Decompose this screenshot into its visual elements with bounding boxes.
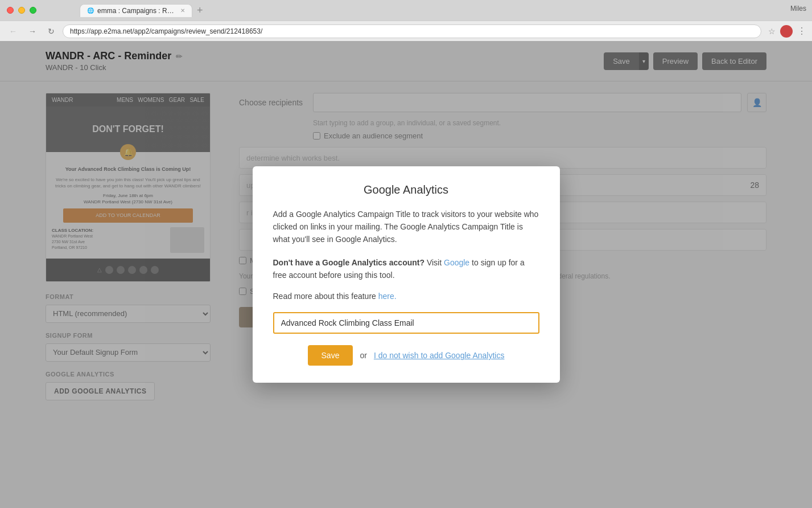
google-analytics-modal: Google Analytics Add a Google Analytics … bbox=[253, 166, 560, 383]
dont-have-suffix: Visit bbox=[427, 258, 444, 267]
read-more-prefix: Read more about this feature bbox=[273, 292, 378, 301]
traffic-light-minimize[interactable] bbox=[18, 7, 25, 14]
back-button[interactable]: ← bbox=[6, 26, 20, 37]
modal-title: Google Analytics bbox=[273, 183, 539, 196]
tab-close-button[interactable]: ✕ bbox=[180, 7, 185, 14]
tab-bar: 🌐 emma : Campaigns : Review yo ✕ + bbox=[75, 4, 210, 17]
url-bar[interactable]: https://app.e2ma.net/app2/campaigns/revi… bbox=[63, 24, 761, 38]
tab-label: emma : Campaigns : Review yo bbox=[97, 7, 177, 15]
modal-or-label: or bbox=[360, 351, 366, 360]
dont-have-prefix: Don't have a Google Analytics account? bbox=[273, 258, 425, 267]
new-tab-button[interactable]: + bbox=[195, 5, 205, 17]
here-link[interactable]: here. bbox=[378, 292, 397, 301]
google-link[interactable]: Google bbox=[444, 258, 469, 267]
browser-titlebar: 🌐 emma : Campaigns : Review yo ✕ + Miles bbox=[0, 0, 812, 21]
modal-dont-have-text: Don't have a Google Analytics account? V… bbox=[273, 256, 539, 282]
no-analytics-button[interactable]: I do not wish to add Google Analytics bbox=[374, 351, 505, 360]
menu-dots[interactable]: ⋮ bbox=[797, 26, 806, 36]
reload-button[interactable]: ↻ bbox=[44, 26, 58, 37]
forward-button[interactable]: → bbox=[25, 26, 40, 37]
url-text: https://app.e2ma.net/app2/campaigns/revi… bbox=[70, 27, 262, 35]
profile-icon bbox=[780, 25, 793, 38]
traffic-light-close[interactable] bbox=[7, 7, 14, 14]
modal-save-button[interactable]: Save bbox=[308, 345, 353, 366]
browser-chrome: 🌐 emma : Campaigns : Review yo ✕ + Miles… bbox=[0, 0, 812, 41]
traffic-light-fullscreen[interactable] bbox=[30, 7, 36, 14]
bookmark-icon[interactable]: ☆ bbox=[768, 27, 776, 36]
tab-favicon: 🌐 bbox=[87, 7, 94, 14]
browser-toolbar: ← → ↻ https://app.e2ma.net/app2/campaign… bbox=[0, 21, 812, 41]
user-label: Miles bbox=[790, 5, 806, 13]
modal-overlay[interactable]: Google Analytics Add a Google Analytics … bbox=[0, 41, 812, 508]
page-content-area: WANDR - ARC - Reminder ✏ WANDR - 10 Clic… bbox=[0, 41, 812, 508]
modal-read-more: Read more about this feature here. bbox=[273, 292, 539, 301]
analytics-title-input[interactable] bbox=[273, 312, 539, 334]
modal-actions: Save or I do not wish to add Google Anal… bbox=[273, 345, 539, 366]
browser-tab-active[interactable]: 🌐 emma : Campaigns : Review yo ✕ bbox=[80, 4, 192, 17]
modal-body-text: Add a Google Analytics Campaign Title to… bbox=[273, 208, 539, 246]
